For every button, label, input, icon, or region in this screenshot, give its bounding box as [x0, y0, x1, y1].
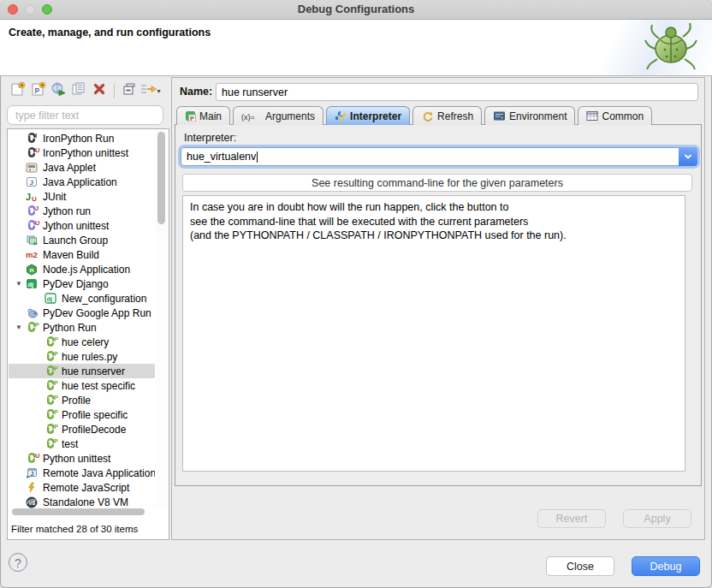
- tree-item-profiledecode[interactable]: PProfileDecode: [9, 422, 155, 437]
- tab-common[interactable]: Common: [578, 106, 652, 125]
- tree-item-label: ProfileDecode: [62, 424, 126, 436]
- tree-item-jython-run[interactable]: JJython run: [9, 204, 155, 218]
- duplicate-launch-configuration-button[interactable]: [68, 80, 89, 101]
- django-outline-icon: dj: [44, 293, 59, 305]
- close-window-button[interactable]: [8, 4, 18, 15]
- standalone-v8-icon: V8: [26, 496, 40, 508]
- tab-refresh[interactable]: Refresh: [412, 106, 482, 125]
- filter-status-text: Filter matched 28 of 30 items: [11, 524, 138, 534]
- tree-item-test[interactable]: Ptest: [9, 437, 155, 451]
- nodejs-icon: n: [26, 264, 40, 276]
- tree-item-pydev-google-app-run[interactable]: PyDev Google App Run: [9, 306, 155, 320]
- toolbar-separator: [114, 83, 115, 98]
- chevron-down-icon: [683, 151, 693, 162]
- name-input[interactable]: [216, 83, 698, 101]
- tree-horizontal-scrollbar-thumb[interactable]: [12, 508, 145, 515]
- duplicate-launch-configuration-icon: [71, 81, 86, 100]
- tree-item-java-application[interactable]: JJava Application: [9, 175, 155, 189]
- expand-arrow-icon[interactable]: ▼: [15, 280, 26, 288]
- tree-vertical-scrollbar-thumb[interactable]: [157, 132, 165, 224]
- tree-vertical-scrollbar[interactable]: [156, 130, 168, 507]
- interpreter-combo[interactable]: hue_virtualenv: [181, 147, 697, 166]
- svg-text:U: U: [35, 453, 39, 460]
- svg-text:J: J: [31, 471, 34, 477]
- tree-item-profile[interactable]: PProfile: [9, 393, 155, 407]
- collapse-all-button[interactable]: [119, 80, 139, 101]
- tree-item-label: Java Applet: [43, 162, 96, 174]
- tab-arguments[interactable]: (x)=Arguments: [233, 106, 323, 125]
- new-launch-configuration-button[interactable]: [7, 80, 27, 101]
- tab-label: Interpreter: [350, 110, 401, 122]
- tree-item-ironpython-unittest[interactable]: UIronPython unittest: [9, 146, 155, 160]
- config-tabs: PMain(x)=ArgumentsInterpreterRefreshEnvi…: [176, 105, 652, 125]
- expand-arrow-icon[interactable]: ▼: [15, 324, 26, 331]
- arguments-tab-icon: (x)=: [241, 111, 262, 122]
- tab-main[interactable]: PMain: [176, 106, 230, 125]
- tree-item-python-run[interactable]: ▼PPython Run: [9, 320, 155, 335]
- debug-button[interactable]: Debug: [632, 556, 700, 576]
- name-label: Name:: [180, 86, 212, 98]
- python-run-icon: P: [44, 409, 59, 421]
- tree-item-hue-runserver[interactable]: Phue runserver: [9, 364, 155, 378]
- common-tab-icon: [586, 110, 598, 122]
- tab-interpreter[interactable]: Interpreter: [326, 106, 410, 125]
- apply-button[interactable]: Apply: [623, 509, 691, 528]
- tree-item-jython-unittest[interactable]: UJython unittest: [9, 218, 155, 233]
- tree-item-java-applet[interactable]: Java Applet: [9, 160, 155, 175]
- tree-item-hue-rules-py[interactable]: Phue rules.py: [9, 349, 155, 364]
- help-button[interactable]: ?: [9, 553, 27, 572]
- tree-item-label: test: [62, 438, 78, 450]
- titlebar[interactable]: Debug Configurations: [0, 0, 712, 20]
- minimize-window-button[interactable]: [25, 4, 35, 15]
- tree-item-pydev-django[interactable]: ▼djPyDev Django: [9, 276, 155, 291]
- svg-text:P: P: [34, 86, 39, 95]
- tree-item-new-configuration[interactable]: djNew_configuration: [9, 291, 155, 306]
- svg-text:dj: dj: [47, 295, 53, 303]
- svg-text:I: I: [35, 133, 37, 140]
- tree-item-python-unittest[interactable]: UPython unittest: [9, 451, 155, 466]
- delete-launch-configuration-button[interactable]: [89, 80, 110, 101]
- see-command-line-button[interactable]: See resulting command-line for the given…: [182, 174, 692, 192]
- tree-item-remote-java-application[interactable]: JRemote Java Application: [9, 466, 155, 480]
- zoom-window-button[interactable]: [42, 4, 52, 15]
- tab-label: Main: [199, 110, 222, 122]
- dialog-heading: Create, manage, and run configurations: [9, 27, 211, 39]
- ironpython-unittest-icon: U: [26, 147, 40, 159]
- maven-build-icon: m2: [26, 249, 40, 261]
- command-line-info-text[interactable]: In case you are in doubt how will the ru…: [182, 195, 685, 472]
- revert-button[interactable]: Revert: [537, 509, 606, 528]
- tab-environment[interactable]: Environment: [484, 106, 575, 125]
- java-applet-icon: [26, 162, 40, 174]
- window-title: Debug Configurations: [0, 0, 712, 19]
- tree-item-ironpython-run[interactable]: IIronPython Run: [9, 131, 155, 146]
- new-launch-prototype-button[interactable]: P: [27, 80, 48, 101]
- filter-input[interactable]: [7, 105, 163, 125]
- python-unittest-icon: U: [26, 453, 40, 465]
- dropdown-caret-icon: ▾: [157, 87, 161, 95]
- tree-item-profile-specific[interactable]: PProfile specific: [9, 407, 155, 422]
- tree-item-junit[interactable]: JUJUnit: [9, 189, 155, 204]
- python-run-icon: P: [26, 322, 40, 334]
- environment-tab-icon: [493, 110, 506, 122]
- interpreter-combo-dropdown-button[interactable]: [679, 147, 697, 166]
- tree-item-label: hue rules.py: [62, 351, 117, 363]
- tree-item-hue-test-specific[interactable]: Phue test specific: [9, 378, 155, 393]
- launch-group-icon: [26, 235, 40, 246]
- tree-item-remote-javascript[interactable]: Remote JavaScript: [9, 480, 155, 495]
- tree-item-label: Standalone V8 VM: [43, 496, 128, 508]
- refresh-tab-icon: [421, 110, 434, 122]
- tree-item-node-js-application[interactable]: nNode.js Application: [9, 262, 155, 276]
- tree-horizontal-scrollbar[interactable]: [9, 508, 154, 517]
- export-launch-configurations-icon: [50, 81, 66, 100]
- svg-text:n: n: [30, 266, 34, 274]
- tree-item-maven-build[interactable]: m2Maven Build: [9, 247, 155, 262]
- filter-launch-configurations-button[interactable]: ▾: [139, 80, 160, 101]
- configurations-tree-panel: IIronPython RunUIronPython unittestJava …: [7, 128, 169, 540]
- close-button[interactable]: Close: [546, 556, 614, 576]
- export-launch-configurations-button[interactable]: [48, 80, 68, 101]
- tree-item-hue-celery[interactable]: Phue celery: [9, 335, 155, 349]
- remote-java-application-icon: J: [26, 467, 40, 479]
- tree-item-launch-group[interactable]: Launch Group: [9, 233, 155, 247]
- interpreter-combo-value: hue_virtualenv: [187, 151, 256, 163]
- python-run-icon: P: [44, 395, 59, 407]
